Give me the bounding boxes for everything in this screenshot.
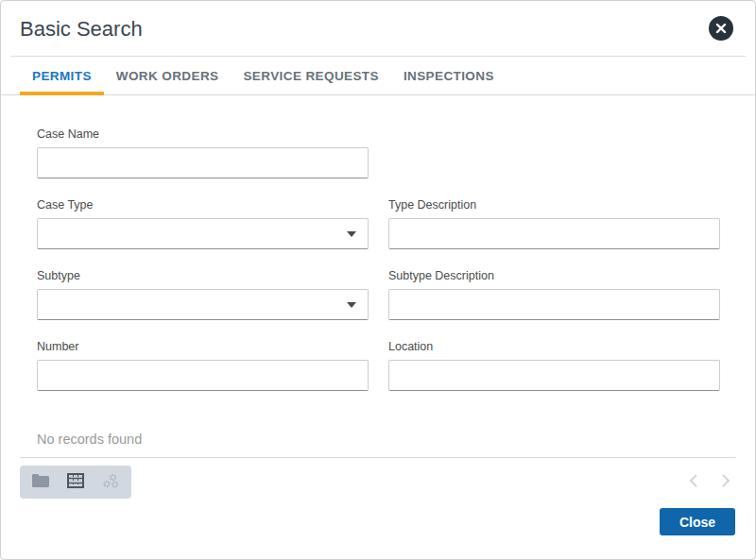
number-label: Number <box>37 340 369 353</box>
view-toolbar <box>20 466 131 499</box>
close-button[interactable]: Close <box>660 508 735 535</box>
workflow-gears-icon <box>102 473 120 492</box>
case-name-input[interactable] <box>37 147 369 178</box>
pagination <box>687 474 732 491</box>
close-circle-icon <box>709 16 733 43</box>
dialog-title: Basic Search <box>20 17 143 42</box>
case-type-field-group: Case Type <box>37 198 369 249</box>
case-type-select[interactable] <box>37 218 369 249</box>
type-description-input[interactable] <box>388 218 720 249</box>
subtype-label: Subtype <box>37 269 369 282</box>
tab-permits[interactable]: PERMITS <box>20 57 104 95</box>
chevron-right-icon <box>721 473 730 491</box>
subtype-description-input[interactable] <box>388 289 720 320</box>
form-row: Case Type Type Description <box>37 198 720 249</box>
type-description-field-group: Type Description <box>388 198 720 249</box>
form-row: Case Name <box>37 127 720 178</box>
case-type-label: Case Type <box>37 198 369 212</box>
subtype-description-label: Subtype Description <box>388 269 720 282</box>
subtype-select[interactable] <box>37 289 369 320</box>
subtype-description-field-group: Subtype Description <box>388 269 720 320</box>
table-view-button[interactable] <box>65 472 86 493</box>
results-bottom-bar <box>20 466 736 499</box>
folder-icon <box>32 474 49 490</box>
dialog-close-button[interactable] <box>708 16 734 42</box>
search-form: Case Name Case Type Type Description Sub… <box>1 127 755 391</box>
subtype-field-group: Subtype <box>37 269 369 320</box>
type-description-label: Type Description <box>388 198 720 212</box>
location-input[interactable] <box>388 360 720 391</box>
number-field-group: Number <box>37 340 369 391</box>
chevron-left-icon <box>689 473 698 491</box>
dialog-footer: Close <box>21 508 735 535</box>
empty-cell <box>388 127 720 178</box>
dialog-header: Basic Search <box>1 1 755 56</box>
number-input[interactable] <box>37 360 369 391</box>
tab-work-orders[interactable]: WORK ORDERS <box>104 57 232 95</box>
chevron-down-icon <box>347 231 356 237</box>
location-field-group: Location <box>388 340 720 391</box>
tab-service-requests[interactable]: SERVICE REQUESTS <box>231 57 390 95</box>
table-icon <box>67 473 84 491</box>
folder-view-button[interactable] <box>30 472 51 493</box>
form-row: Number Location <box>37 340 720 391</box>
location-label: Location <box>388 340 720 353</box>
workflow-view-button[interactable] <box>100 472 121 493</box>
tab-inspections[interactable]: INSPECTIONS <box>391 57 507 95</box>
case-name-field-group: Case Name <box>37 127 369 178</box>
basic-search-dialog: Basic Search PERMITS WORK ORDERS SERVICE… <box>0 0 756 560</box>
case-name-label: Case Name <box>37 127 369 141</box>
form-row: Subtype Subtype Description <box>37 269 720 320</box>
previous-page-button[interactable] <box>687 474 700 491</box>
chevron-down-icon <box>347 302 356 308</box>
no-records-message: No records found <box>37 432 755 447</box>
next-page-button[interactable] <box>719 474 732 491</box>
results-divider <box>20 457 736 458</box>
tab-bar: PERMITS WORK ORDERS SERVICE REQUESTS INS… <box>1 57 755 95</box>
